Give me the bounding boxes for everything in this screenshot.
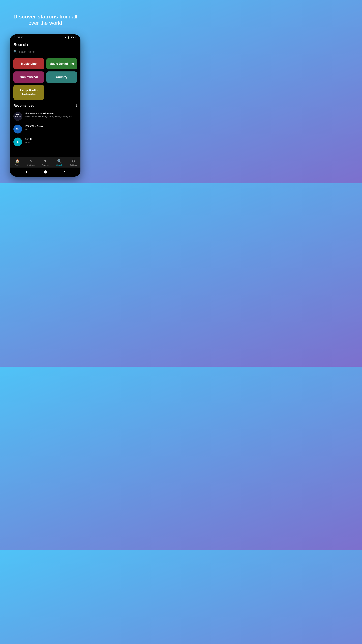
search-input[interactable] [19,50,77,53]
station-tags-genx: music [24,141,77,144]
station-tags-brew: rock [24,128,77,131]
recommended-title: Recomended [13,104,34,108]
settings-status-icon: ⚙ [21,36,23,38]
status-right: ▾ 🔋 100% [65,36,76,39]
station-list: DSNDEUTSCHESRADIO The WOLF – Nordhessen … [13,110,77,148]
category-non-musical[interactable]: Non-Musical [13,72,44,83]
page-title: Search [13,42,77,47]
music-note-icon: ♩ [75,103,77,108]
station-name-genx: Gen X [24,138,77,140]
app-content: Search 🔍 Music Line Music Dekad line Non… [10,40,80,157]
hero-title: Discover stations from allover the world [8,7,82,30]
wifi-icon: ▾ [65,36,66,39]
android-nav: ◀ ⬤ ■ [10,168,80,176]
play-status-icon: ▷ [25,36,26,38]
hero-title-bold: Discover stations [13,14,58,20]
category-large-radio-networks[interactable]: Large Radio Networks [13,85,44,100]
station-logo-text-brew: 105.9BREW [16,128,20,131]
settings-nav-label: Settings [70,164,77,166]
search-nav-label: Search [56,164,62,166]
nav-item-radio[interactable]: 🏠 Radio [12,159,22,166]
station-logo-brew: 105.9BREW [13,125,22,134]
station-info-genx: Gen X music [24,138,77,144]
station-item-genx[interactable]: S Gen X music [13,136,77,148]
hero-section: Discover stations from allover the world [3,0,87,34]
svg-point-0 [30,160,32,161]
battery-percentage: 100% [71,36,76,38]
station-item-brew[interactable]: 105.9BREW 105.9 The Brew rock [13,123,77,136]
category-country[interactable]: Country [46,72,77,83]
category-music-dekad-line[interactable]: Music Dekad line [46,58,77,70]
search-input-wrapper[interactable]: 🔍 [13,50,77,55]
radio-nav-label: Radio [15,164,19,166]
favorite-nav-icon: ♥ [44,159,46,163]
settings-nav-icon: ⚙ [72,159,75,163]
station-info-brew: 105.9 The Brew rock [24,125,77,131]
station-logo-genx: S [13,138,22,146]
battery-icon: 🔋 [67,36,70,39]
favorite-nav-label: Favorite [42,164,49,166]
recommended-section-header: Recomended ♩ [13,103,77,108]
station-name-wolf: The WOLF – Nordhessen [24,112,77,115]
category-grid: Music Line Music Dekad line Non-Musical … [13,58,77,83]
category-row-single: Large Radio Networks [13,85,77,100]
status-bar: 01:59 ⚙ ▷ ▾ 🔋 100% [10,34,80,40]
search-icon: 🔍 [13,50,17,54]
station-tags-wolf: classic country,country,country music,co… [24,116,77,118]
station-logo-text-genx: S [17,140,19,144]
station-name-brew: 105.9 The Brew [24,125,77,128]
station-logo-text-wolf: DSNDEUTSCHESRADIO [14,114,21,119]
station-item-wolf[interactable]: DSNDEUTSCHESRADIO The WOLF – Nordhessen … [13,110,77,123]
nav-item-podcasts[interactable]: Podcasts [26,159,36,166]
category-music-line[interactable]: Music Line [13,58,44,70]
podcasts-nav-label: Podcasts [27,164,35,166]
nav-item-favorite[interactable]: ♥ Favorite [40,159,50,166]
station-logo-wolf: DSNDEUTSCHESRADIO [13,112,22,121]
android-home-button[interactable]: ⬤ [44,170,47,174]
android-back-button[interactable]: ◀ [25,170,27,174]
status-left: 01:59 ⚙ ▷ [14,36,26,39]
search-nav-icon: 🔍 [57,159,62,163]
station-info-wolf: The WOLF – Nordhessen classic country,co… [24,112,77,118]
bottom-nav: 🏠 Radio Podcasts ♥ Favorite 🔍 Search ⚙ S… [10,157,80,168]
phone-shell: 01:59 ⚙ ▷ ▾ 🔋 100% Search 🔍 Music Line M… [10,34,80,176]
nav-item-settings[interactable]: ⚙ Settings [68,159,78,166]
nav-item-search[interactable]: 🔍 Search [54,159,64,166]
status-time: 01:59 [14,36,20,39]
radio-nav-icon: 🏠 [15,159,19,163]
podcasts-nav-icon [29,159,33,164]
android-recents-button[interactable]: ■ [64,170,65,174]
